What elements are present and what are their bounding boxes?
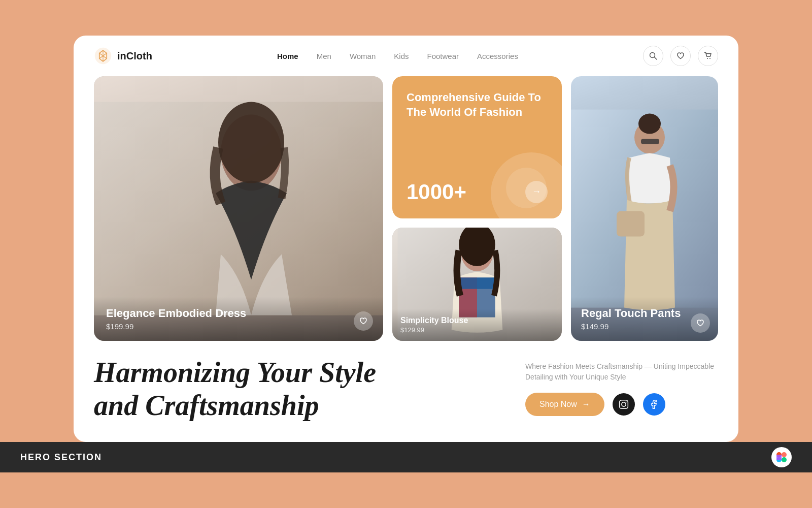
right-product-card: Regal Touch Pants $149.99 [571, 76, 718, 341]
guide-count-row: 1000+ → [407, 180, 548, 204]
figma-icon [771, 447, 792, 467]
main-card: inCloth Home Men Woman Kids Footwear Acc… [74, 36, 738, 442]
tagline-line2: and Craftsmanship [94, 390, 319, 421]
figma-logo [775, 451, 788, 463]
heart-icon-right [696, 319, 704, 327]
svg-rect-28 [776, 455, 782, 460]
bottom-bar: HERO SECTION [0, 442, 812, 472]
instagram-icon [619, 399, 629, 409]
cta-description: Where Fashion Meets Craftsmanship — Unit… [525, 361, 718, 383]
svg-line-2 [655, 57, 657, 60]
cart-icon [704, 52, 712, 60]
svg-point-27 [782, 457, 787, 462]
product-name-big: Elegance Embodied Dress [106, 307, 373, 320]
brand-name: inCloth [117, 50, 152, 62]
bottom-bar-label: HERO SECTION [20, 452, 102, 463]
svg-point-23 [625, 402, 626, 403]
small-product-price: $129.99 [400, 326, 554, 334]
header-actions [643, 46, 718, 66]
wishlist-button[interactable] [670, 46, 691, 66]
facebook-icon [649, 399, 659, 409]
guide-count: 1000+ [407, 180, 466, 204]
product-overlay: Elegance Embodied Dress $199.99 [94, 297, 383, 341]
search-button[interactable] [643, 46, 663, 66]
nav-men[interactable]: Men [317, 52, 331, 60]
svg-point-4 [709, 58, 710, 59]
svg-rect-21 [619, 400, 628, 409]
svg-point-8 [218, 102, 284, 183]
nav-home[interactable]: Home [277, 52, 298, 60]
nav-footwear[interactable]: Footwear [427, 52, 459, 60]
header: inCloth Home Men Woman Kids Footwear Acc… [74, 36, 738, 76]
svg-point-3 [707, 58, 708, 59]
svg-point-17 [638, 114, 661, 134]
nav-accessories[interactable]: Accessories [477, 52, 518, 60]
nav-kids[interactable]: Kids [394, 52, 409, 60]
product-price-big: $199.99 [106, 322, 373, 331]
search-icon [649, 52, 657, 60]
bottom-section: Harmonizing Your Style and Craftsmanship… [74, 356, 738, 442]
guide-arrow-button[interactable]: → [525, 181, 548, 203]
right-product-price: $149.99 [581, 322, 708, 331]
svg-point-22 [622, 402, 626, 406]
tagline: Harmonizing Your Style and Craftsmanship [94, 356, 439, 422]
small-product-card: Simplicity Blouse $129.99 [392, 228, 562, 341]
favorite-button-right[interactable] [691, 313, 710, 333]
right-cta: Where Fashion Meets Craftsmanship — Unit… [525, 356, 718, 416]
small-product-name: Simplicity Blouse [400, 316, 554, 325]
right-product-name: Regal Touch Pants [581, 307, 708, 320]
favorite-button-big[interactable] [354, 311, 373, 331]
cart-button[interactable] [698, 46, 718, 66]
content-area: Elegance Embodied Dress $199.99 Comprehe… [74, 76, 738, 356]
svg-rect-25 [782, 452, 787, 457]
shop-btn-label: Shop Now [539, 400, 577, 409]
shop-now-button[interactable]: Shop Now → [525, 393, 604, 416]
facebook-button[interactable] [643, 393, 665, 416]
guide-title: Comprehensive Guide To The World Of Fash… [407, 90, 548, 119]
logo-icon [94, 47, 112, 65]
main-nav: Home Men Woman Kids Footwear Accessories [277, 52, 518, 60]
small-product-overlay: Simplicity Blouse $129.99 [392, 309, 562, 341]
guide-card: Comprehensive Guide To The World Of Fash… [392, 76, 562, 218]
tagline-line1: Harmonizing Your Style [94, 357, 376, 388]
svg-rect-13 [459, 277, 495, 289]
instagram-button[interactable] [613, 393, 635, 416]
cta-row: Shop Now → [525, 393, 665, 416]
svg-rect-19 [641, 139, 659, 144]
tagline-text: Harmonizing Your Style and Craftsmanship [94, 356, 439, 422]
svg-rect-20 [617, 211, 645, 237]
nav-woman[interactable]: Woman [350, 52, 376, 60]
middle-panel: Comprehensive Guide To The World Of Fash… [392, 76, 562, 341]
featured-product-card: Elegance Embodied Dress $199.99 [94, 76, 383, 341]
logo-area: inCloth [94, 47, 152, 65]
heart-icon-big [359, 317, 367, 325]
heart-icon [676, 52, 685, 60]
shop-btn-arrow: → [582, 400, 590, 409]
